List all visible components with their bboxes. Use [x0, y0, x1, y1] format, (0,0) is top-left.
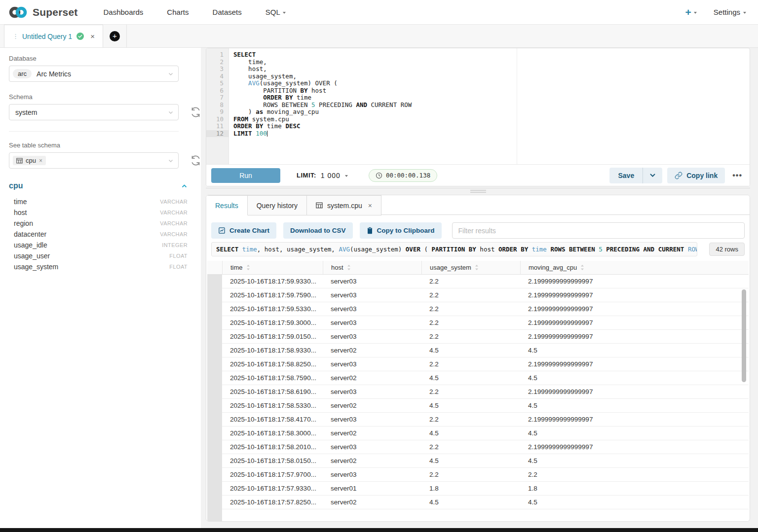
- filter-results-input[interactable]: [452, 222, 745, 239]
- menu-item-dashboards[interactable]: Dashboards: [91, 8, 155, 16]
- code-line: 3 host,: [206, 66, 750, 73]
- bottom-edge-bar: [0, 528, 758, 532]
- code-token: as: [256, 108, 263, 115]
- table-cell: 2.2: [421, 385, 520, 398]
- create-chart-button[interactable]: Create Chart: [211, 222, 276, 239]
- refresh-schema-icon[interactable]: [190, 107, 201, 117]
- line-number: 11: [206, 123, 229, 130]
- remove-table-icon[interactable]: ×: [39, 157, 42, 164]
- copy-clipboard-button[interactable]: Copy to Clipboard: [360, 222, 442, 239]
- line-text: AVG(usage_system) OVER (: [229, 80, 338, 87]
- save-button[interactable]: Save: [609, 168, 643, 183]
- copy-link-button[interactable]: Copy link: [667, 168, 725, 183]
- code-line: 8 ROWS BETWEEN 5 PRECEDING AND CURRENT R…: [206, 102, 750, 109]
- main-menu: DashboardsChartsDatasetsSQL: [91, 8, 297, 16]
- table-cell: server03: [323, 316, 421, 329]
- chevron-up-icon[interactable]: [181, 183, 188, 189]
- sql-editor-card: 1SELECT2 time,3 host,4 usage_system,5 AV…: [206, 48, 750, 186]
- column-row-datacenter: datacenterVARCHAR: [9, 229, 188, 240]
- column-row-usage_system: usage_systemFLOAT: [9, 261, 188, 272]
- line-text: ORDER BY time: [229, 94, 311, 102]
- run-button[interactable]: Run: [211, 168, 280, 183]
- query-tab-untitled[interactable]: ⋮ Untitled Query 1 ×: [4, 25, 103, 47]
- database-select[interactable]: arc Arc Metrics: [9, 66, 179, 82]
- table-row: 2025-10-16T18:17:59.7590...server032.22.…: [222, 288, 749, 302]
- executed-query-preview[interactable]: SELECT time, host, usage_system, AVG(usa…: [211, 242, 697, 256]
- close-tab-icon[interactable]: ×: [368, 202, 372, 210]
- drag-handle-icon[interactable]: ⋮: [12, 33, 18, 40]
- line-text: ROWS BETWEEN 5 PRECEDING AND CURRENT ROW: [229, 102, 412, 109]
- column-name: usage_user: [14, 252, 50, 260]
- table-cell: 2.2: [421, 357, 520, 371]
- table-select[interactable]: cpu ×: [9, 152, 179, 169]
- save-options-button[interactable]: [643, 168, 662, 183]
- vertical-scrollbar[interactable]: [742, 289, 746, 382]
- code-token: host: [476, 246, 498, 253]
- menu-item-charts[interactable]: Charts: [155, 8, 200, 16]
- copy-link-label: Copy link: [686, 172, 718, 179]
- code-token: ROWS BETWEEN: [550, 246, 595, 253]
- table-row: 2025-10-16T18:17:57.9700...server032.22.…: [222, 468, 749, 482]
- table-cell: server03: [323, 330, 421, 343]
- table-cell: 4.5: [520, 454, 749, 467]
- limit-dropdown[interactable]: LIMIT: 1 000: [297, 172, 348, 179]
- panel-splitter[interactable]: [206, 188, 750, 193]
- column-type: VARCHAR: [160, 220, 188, 226]
- download-csv-button[interactable]: Download to CSV: [283, 222, 353, 239]
- table-schema-label: See table schema: [9, 142, 192, 149]
- column-row-usage_user: usage_userFLOAT: [9, 250, 188, 261]
- table-cell: 2025-10-16T18:17:59.0150...: [222, 330, 323, 343]
- chevron-down-icon: [743, 12, 746, 14]
- table-cell: 2.2: [421, 316, 520, 329]
- column-row-host: hostVARCHAR: [9, 207, 188, 218]
- database-backend-badge: arc: [13, 69, 32, 78]
- menu-item-label: Datasets: [213, 8, 242, 16]
- schema-select[interactable]: system: [9, 104, 179, 120]
- table-cell: 4.5: [421, 344, 520, 357]
- menu-item-datasets[interactable]: Datasets: [201, 8, 254, 16]
- column-header-host[interactable]: host: [323, 261, 421, 274]
- line-number: 3: [206, 66, 229, 73]
- refresh-tables-icon[interactable]: [190, 155, 201, 166]
- column-header-time[interactable]: time: [222, 261, 323, 274]
- column-row-time: timeVARCHAR: [9, 196, 188, 207]
- code-token: FROM: [233, 115, 248, 123]
- tab-results-label: Results: [215, 202, 238, 210]
- table-cell: 4.5: [421, 454, 520, 467]
- limit-label: LIMIT:: [297, 172, 316, 179]
- sql-code-editor[interactable]: 1SELECT2 time,3 host,4 usage_system,5 AV…: [206, 48, 750, 165]
- table-cell: 2.1999999999999997: [520, 302, 749, 316]
- query-tab-strip: ⋮ Untitled Query 1 × +: [0, 25, 758, 48]
- table-cell: 2.2: [421, 413, 520, 426]
- line-text: LIMIT 100: [229, 130, 267, 138]
- results-tabs: Results Query history system.cpu ×: [206, 195, 750, 215]
- download-csv-label: Download to CSV: [290, 227, 346, 234]
- table-cell: 2025-10-16T18:17:58.3000...: [222, 426, 323, 440]
- settings-menu[interactable]: Settings: [714, 8, 746, 16]
- cpu-table-section-header[interactable]: cpu: [9, 181, 188, 190]
- table-cell: server02: [323, 344, 421, 357]
- column-header-usage_system[interactable]: usage_system: [421, 261, 520, 274]
- tab-results[interactable]: Results: [206, 195, 248, 215]
- line-text: FROM system.cpu: [229, 116, 289, 123]
- table-row: 2025-10-16T18:17:59.9330...server032.22.…: [222, 275, 749, 288]
- code-token: [595, 246, 599, 253]
- brand-name: Superset: [33, 6, 77, 18]
- code-lines: 1SELECT2 time,3 host,4 usage_system,5 AV…: [206, 51, 750, 137]
- line-number: 5: [206, 80, 229, 87]
- code-token: DESC: [285, 122, 300, 130]
- close-tab-icon[interactable]: ×: [90, 32, 95, 40]
- new-item-button[interactable]: +: [685, 7, 697, 17]
- code-token: SELECT: [233, 51, 256, 58]
- menu-item-sql[interactable]: SQL: [254, 8, 298, 16]
- column-header-moving_avg_cpu[interactable]: moving_avg_cpu: [520, 261, 749, 274]
- code-token: ): [233, 108, 256, 115]
- tab-query-history[interactable]: Query history: [248, 195, 307, 215]
- new-query-tab-button[interactable]: +: [103, 25, 127, 47]
- more-options-button[interactable]: •••: [730, 171, 745, 180]
- code-token: time: [263, 122, 285, 130]
- tab-system-cpu[interactable]: system.cpu ×: [307, 195, 381, 215]
- table-row: 2025-10-16T18:17:58.3000...server024.54.…: [222, 426, 749, 440]
- superset-logo[interactable]: Superset: [8, 5, 77, 19]
- code-token: ROW: [688, 246, 697, 253]
